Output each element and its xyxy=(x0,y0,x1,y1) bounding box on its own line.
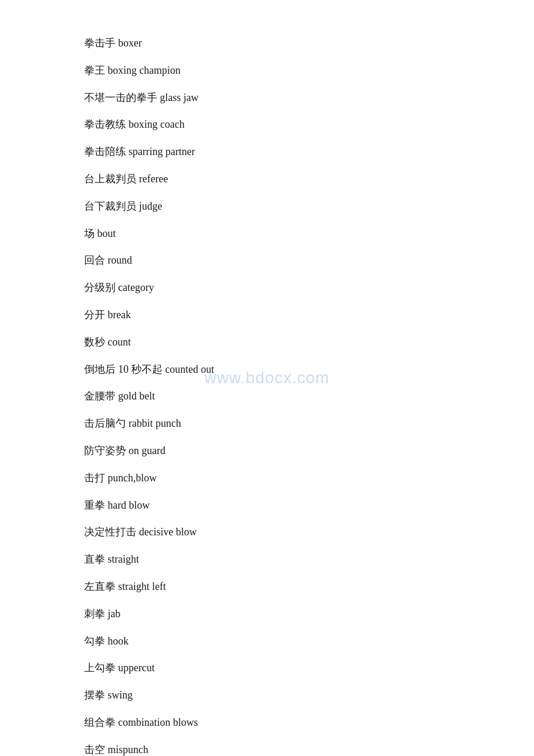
vocab-item: 重拳 hard blow xyxy=(84,497,450,514)
vocab-item: 击后脑勺 rabbit punch xyxy=(84,415,450,432)
vocab-item: 不堪一击的拳手 glass jaw xyxy=(84,89,450,106)
vocab-item: 摆拳 swing xyxy=(84,687,450,704)
vocab-item: 左直拳 straight left xyxy=(84,578,450,595)
vocab-item: 刺拳 jab xyxy=(84,606,450,622)
vocab-item: 回合 round xyxy=(84,252,450,269)
vocab-item: 上勾拳 uppercut xyxy=(84,660,450,676)
vocab-item: 拳击手 boxer xyxy=(84,35,450,52)
vocab-item: 勾拳 hook xyxy=(84,633,450,650)
vocab-item: 直拳 straight xyxy=(84,551,450,568)
vocab-item: 防守姿势 on guard xyxy=(84,442,450,459)
vocab-item: 决定性打击 decisive blow xyxy=(84,524,450,541)
vocab-item: 拳击陪练 sparring partner xyxy=(84,143,450,160)
vocab-item: 组合拳 combination blows xyxy=(84,714,450,731)
vocab-item: 场 bout xyxy=(84,225,450,242)
vocab-item: 拳击教练 boxing coach xyxy=(84,116,450,133)
vocab-list: 拳击手 boxer拳王 boxing champion不堪一击的拳手 glass… xyxy=(84,35,450,756)
vocab-item: 倒地后 10 秒不起 counted out xyxy=(84,361,450,378)
vocab-item: 台下裁判员 judge xyxy=(84,198,450,215)
vocab-item: 击打 punch,blow xyxy=(84,470,450,487)
vocab-item: 台上裁判员 referee xyxy=(84,171,450,188)
vocab-item: 拳王 boxing champion xyxy=(84,62,450,79)
vocab-item: 分开 break xyxy=(84,307,450,323)
vocab-item: 金腰带 gold belt xyxy=(84,388,450,405)
vocab-item: 击空 mispunch xyxy=(84,741,450,756)
vocab-item: 数秒 count xyxy=(84,334,450,351)
vocab-item: 分级别 category xyxy=(84,279,450,296)
